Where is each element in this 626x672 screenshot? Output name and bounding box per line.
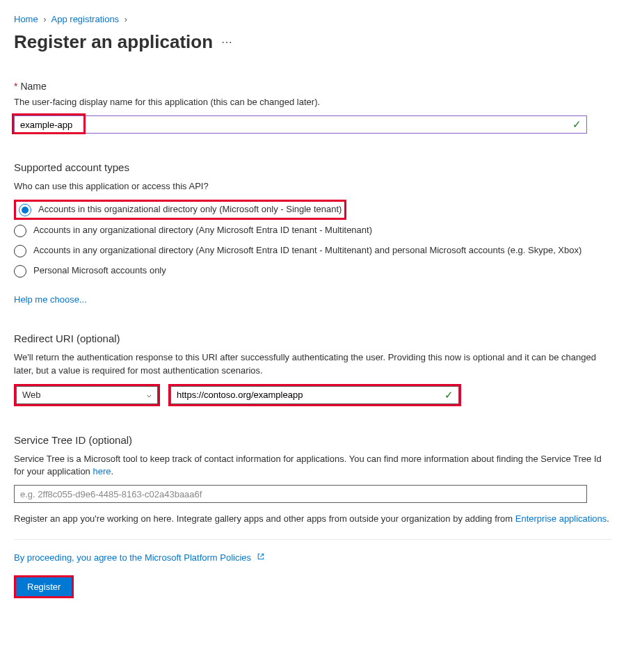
service-tree-input[interactable] [14, 485, 587, 503]
chevron-down-icon: ⌵ [147, 390, 152, 399]
page-title: Register an application [14, 31, 213, 53]
radio-multitenant[interactable] [14, 225, 26, 237]
chevron-right-icon: › [43, 14, 46, 24]
register-button[interactable]: Register [16, 577, 72, 596]
breadcrumb-home[interactable]: Home [14, 14, 38, 24]
service-tree-description: Service Tree is a Microsoft tool to keep… [14, 453, 612, 478]
breadcrumb-app-registrations[interactable]: App registrations [51, 14, 120, 24]
external-link-icon [257, 552, 265, 563]
name-description: The user-facing display name for this ap… [14, 96, 612, 109]
divider [14, 539, 612, 540]
radio-multitenant-label: Accounts in any organizational directory… [33, 224, 372, 237]
platform-select[interactable]: Web ⌵ [16, 386, 158, 404]
radio-single-tenant[interactable] [19, 204, 31, 216]
redirect-uri-heading: Redirect URI (optional) [14, 333, 612, 344]
chevron-right-icon: › [125, 14, 127, 24]
redirect-uri-input[interactable] [170, 386, 459, 404]
radio-personal-only-label: Personal Microsoft accounts only [33, 264, 166, 277]
required-indicator: * [14, 81, 17, 92]
account-types-heading: Supported account types [14, 161, 612, 173]
more-icon[interactable]: ⋯ [221, 35, 233, 49]
name-input[interactable] [14, 115, 587, 134]
redirect-uri-description: We'll return the authentication response… [14, 351, 612, 376]
platform-policies-link[interactable]: By proceeding, you agree to the Microsof… [14, 552, 251, 563]
radio-multitenant-personal-label: Accounts in any organizational directory… [33, 244, 581, 257]
platform-select-value: Web [22, 390, 41, 400]
radio-single-tenant-label: Accounts in this organizational director… [38, 203, 342, 216]
help-me-choose-link[interactable]: Help me choose... [14, 294, 87, 305]
radio-multitenant-personal[interactable] [14, 245, 26, 257]
radio-personal-only[interactable] [14, 265, 26, 278]
name-label: *Name [14, 81, 612, 92]
account-types-description: Who can use this application or access t… [14, 180, 612, 193]
service-tree-heading: Service Tree ID (optional) [14, 434, 612, 446]
enterprise-applications-link[interactable]: Enterprise applications [515, 513, 607, 524]
breadcrumb: Home › App registrations › [14, 14, 612, 24]
service-tree-here-link[interactable]: here [93, 466, 111, 477]
register-footnote: Register an app you're working on here. … [14, 513, 612, 525]
